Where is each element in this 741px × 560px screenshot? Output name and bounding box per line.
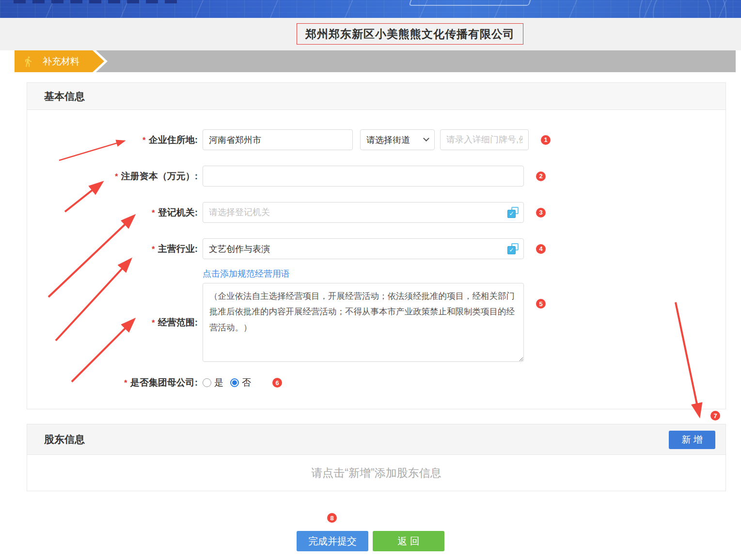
title-strip: 郑州郑东新区小美熊熊文化传播有限公司	[0, 18, 741, 50]
business-scope-row: *经营范围: （企业依法自主选择经营项目，开展经营活动；依法须经批准的项目，经相…	[27, 283, 725, 362]
submit-button[interactable]: 完成并提交	[297, 531, 368, 551]
registered-capital-input[interactable]	[203, 166, 524, 187]
shareholders-title: 股东信息	[44, 433, 85, 446]
banner-clipped-tab-outline	[409, 0, 533, 6]
address-detail-input[interactable]	[440, 129, 529, 150]
required-asterisk: *	[152, 245, 155, 254]
tab-label: 补充材料	[43, 55, 79, 68]
main-industry-input[interactable]	[203, 238, 524, 259]
annotation-badge-2: 2	[536, 171, 546, 181]
required-asterisk: *	[152, 318, 155, 327]
annotation-badge-4: 4	[536, 244, 546, 254]
basic-info-panel: 基本信息 *企业住所地: 请选择街道 1 *注册资本（万元）:	[27, 82, 726, 409]
banner-arc-decoration	[653, 0, 711, 18]
address-row: *企业住所地: 请选择街道 1	[27, 129, 725, 150]
annotation-badge-5: 5	[536, 299, 546, 309]
shareholders-empty-hint: 请点击“新增”添加股东信息	[27, 455, 725, 491]
registration-authority-row: *登记机关: ✓ 3	[27, 202, 725, 223]
address-label: *企业住所地:	[27, 134, 198, 146]
picker-check-icon[interactable]: ✓	[507, 207, 519, 218]
business-scope-label: *经营范围:	[27, 316, 198, 329]
basic-info-header: 基本信息	[27, 83, 725, 110]
shareholders-header: 股东信息 新 增	[27, 424, 725, 455]
required-asterisk: *	[142, 136, 146, 145]
annotation-badge-8: 8	[327, 513, 337, 523]
annotation-badge-7: 7	[710, 411, 720, 420]
chevron-down-icon	[423, 135, 429, 141]
street-select-value: 请选择街道	[366, 134, 410, 146]
walking-person-icon	[22, 56, 34, 67]
radio-no[interactable]: 否	[230, 376, 251, 389]
main-industry-label: *主营行业:	[27, 243, 198, 255]
radio-circle-unselected	[203, 378, 211, 387]
registration-authority-label: *登记机关:	[27, 206, 198, 219]
annotation-badge-1: 1	[541, 135, 551, 145]
basic-info-title: 基本信息	[44, 90, 85, 103]
footer-actions: 完成并提交 返 回	[0, 531, 741, 551]
required-asterisk: *	[152, 208, 155, 218]
address-city-input[interactable]	[203, 129, 353, 150]
wizard-tabbar: 补充材料	[15, 50, 736, 72]
main-industry-row: *主营行业: ✓ 4	[27, 238, 725, 259]
company-name: 郑州郑东新区小美熊熊文化传播有限公司	[297, 23, 523, 45]
radio-circle-selected	[230, 378, 239, 387]
add-shareholder-button[interactable]: 新 增	[669, 431, 715, 449]
add-standard-terms-link[interactable]: 点击添加规范经营用语	[203, 269, 290, 279]
required-asterisk: *	[124, 378, 127, 388]
banner-clipped-text	[14, 0, 181, 3]
picker-check-icon[interactable]: ✓	[507, 243, 519, 254]
annotation-badge-3: 3	[536, 208, 546, 218]
radio-yes[interactable]: 是	[203, 376, 223, 389]
business-scope-textarea[interactable]: （企业依法自主选择经营项目，开展经营活动；依法须经批准的项目，经相关部门批准后依…	[203, 283, 524, 362]
shareholders-panel: 股东信息 新 增 请点击“新增”添加股东信息	[27, 424, 726, 491]
group-parent-label: *是否集团母公司:	[27, 376, 198, 389]
registered-capital-row: *注册资本（万元）: 2	[27, 166, 725, 187]
required-asterisk: *	[115, 172, 118, 181]
group-parent-row: *是否集团母公司: 是 否 6	[27, 376, 725, 389]
registered-capital-label: *注册资本（万元）:	[27, 170, 198, 183]
back-button[interactable]: 返 回	[373, 531, 444, 551]
annotation-badge-6: 6	[272, 378, 282, 388]
street-select[interactable]: 请选择街道	[360, 129, 435, 150]
tab-supplementary-materials[interactable]: 补充材料	[15, 50, 104, 72]
registration-authority-input[interactable]	[203, 202, 524, 223]
top-banner	[0, 0, 741, 18]
